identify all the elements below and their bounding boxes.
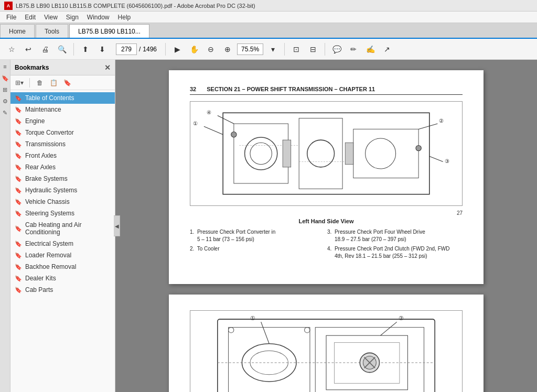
menu-view[interactable]: View [40,13,62,22]
bookmark-icon: 🔖 [15,118,22,125]
svg-text:②: ② [439,118,444,124]
tab-bar: Home Tools LB75.B LB90 LB110... [0,23,537,39]
bookmark-label: Cab Heating and Air Conditioning [25,221,111,236]
bookmark-item-hydraulic[interactable]: 🔖Hydraulic Systems [10,184,115,196]
bookmark-icon: 🔖 [15,129,22,136]
next-page-btn[interactable]: ⬇ [95,42,110,57]
svg-point-7 [366,138,396,169]
svg-rect-0 [223,113,429,194]
diagram-svg-1: ① ② ③ ④ [190,102,462,205]
svg-rect-1 [234,124,288,183]
new-bookmark-btn[interactable]: 📋 [48,77,59,89]
note-1: 1. Pressure Check Port Converter in 5 – … [190,228,325,243]
bookmark-item-cab[interactable]: 🔖Cab Heating and Air Conditioning [10,219,115,238]
bookmark-item-torque[interactable]: 🔖Torque Convertor [10,127,115,138]
svg-rect-3 [353,129,418,178]
bookmark-label: Table of Contents [25,94,74,102]
bookmark-label: Transmissions [25,140,66,148]
bookmark-item-rear_axles[interactable]: 🔖Rear Axles [10,161,115,173]
bookmark-btn[interactable]: ☆ [4,42,19,57]
close-panel-btn[interactable]: ✕ [104,63,111,72]
bookmark-icon: 🔖 [15,241,22,247]
diagram-svg-2: ① ② [190,311,462,392]
menu-help[interactable]: Help [114,13,135,22]
bookmark-item-backhoe[interactable]: 🔖Backhoe Removal [10,261,115,273]
search-btn[interactable]: 🔍 [55,42,69,57]
bookmarks-panel: Bookmarks ✕ ⊞▾ 🗑 📋 🔖 🔖Table of Contents🔖… [10,60,115,392]
bookmark-label: Engine [25,117,45,125]
svg-line-34 [261,322,270,343]
document-area[interactable]: 32 SECTION 21 – POWER SHIFT TRANSMISSION… [115,60,537,392]
collapse-panel-btn[interactable]: ◀ [114,215,120,236]
bookmark-item-engine[interactable]: 🔖Engine [10,115,115,127]
bookmark-icon: 🔖 [15,199,22,205]
nav-panel-btn[interactable]: ≡ [1,62,10,71]
svg-text:①: ① [250,315,255,321]
bookmark-item-vehicle_chassis[interactable]: 🔖Vehicle Chassis [10,196,115,208]
svg-line-36 [381,322,397,335]
note-3: 3. Pressure Check Port Four Wheel Drive … [327,228,463,243]
back-btn[interactable]: ↩ [21,42,36,57]
svg-point-30 [229,328,234,333]
bookmark-item-loader[interactable]: 🔖Loader Removal [10,249,115,261]
zoom-in-btn[interactable]: ⊕ [220,42,235,57]
fit-width-btn[interactable]: ⊟ [306,42,320,57]
bookmarks-header: Bookmarks ✕ [10,60,115,75]
page-navigation: 279 / 1496 [116,43,157,55]
highlight-btn[interactable]: ✏ [346,42,361,57]
svg-text:①: ① [193,121,198,126]
notes-section-1: 1. Pressure Check Port Converter in 5 – … [190,228,463,260]
select-tool-btn[interactable]: ▶ [170,42,185,57]
page-input[interactable]: 279 [116,43,137,55]
bookmark-item-toc[interactable]: 🔖Table of Contents [10,92,115,104]
svg-line-12 [429,156,443,161]
menu-file[interactable]: File [2,13,20,22]
options-btn[interactable]: 🔖 [61,77,73,89]
comment-btn[interactable]: 💬 [329,42,344,57]
menu-sign[interactable]: Sign [62,13,83,22]
svg-line-14 [218,115,234,124]
bookmark-icon: 🔖 [15,95,22,102]
bookmark-label: Loader Removal [25,252,71,259]
page-panel-btn[interactable]: ⊞ [1,85,10,94]
zoom-out-btn[interactable]: ⊖ [203,42,218,57]
delete-bookmark-btn[interactable]: 🗑 [34,77,46,89]
menu-window[interactable]: Window [83,13,114,22]
share-btn[interactable]: ↗ [380,42,394,57]
menu-edit[interactable]: Edit [20,13,40,22]
bookmark-item-steering[interactable]: 🔖Steering Systems [10,208,115,219]
tools-panel-btn[interactable]: ⚙ [1,96,10,106]
prev-page-btn[interactable]: ⬆ [78,42,93,57]
left-panel-strip: ≡ 🔖 ⊞ ⚙ ✎ [0,60,10,392]
bookmark-item-brake[interactable]: 🔖Brake Systems [10,173,115,184]
tab-doc[interactable]: LB75.B LB90 LB110... [69,24,149,38]
note-2: 2. To Cooler [190,245,325,260]
bookmark-icon: 🔖 [15,164,22,171]
zoom-dropdown-btn[interactable]: ▾ [265,42,280,57]
bookmark-item-maintenance[interactable]: 🔖Maintenance [10,104,115,115]
diagram-subtitle-1: Left Hand Side View [190,218,463,224]
print-btn[interactable]: 🖨 [38,42,52,57]
sign-btn[interactable]: ✍ [363,42,378,57]
bookmark-label: Steering Systems [25,210,74,217]
tab-tools[interactable]: Tools [36,24,68,38]
page-separator: / [139,46,141,53]
expand-all-btn[interactable]: ⊞▾ [14,77,25,89]
bookmark-icon: 🔖 [15,275,22,282]
bookmark-icon: 🔖 [15,252,22,259]
bookmark-item-front_axles[interactable]: 🔖Front Axles [10,150,115,161]
pdf-page-1: 32 SECTION 21 – POWER SHIFT TRANSMISSION… [169,70,484,284]
tab-home[interactable]: Home [0,24,35,38]
bookmark-item-transmissions[interactable]: 🔖Transmissions [10,138,115,150]
zoom-input[interactable] [237,43,263,55]
bookmark-item-cab_parts[interactable]: 🔖Cab Parts [10,284,115,296]
comment-panel-btn[interactable]: ✎ [1,108,10,117]
fit-page-btn[interactable]: ⊡ [289,42,304,57]
bookmark-item-electrical[interactable]: 🔖Electrical System [10,238,115,249]
hand-tool-btn[interactable]: ✋ [187,42,201,57]
bookmark-item-dealer[interactable]: 🔖Dealer Kits [10,273,115,284]
bookmark-panel-btn[interactable]: 🔖 [1,73,10,83]
bookmark-list: 🔖Table of Contents🔖Maintenance🔖Engine🔖To… [10,90,115,392]
svg-point-5 [250,143,272,164]
bookmark-icon: 🔖 [15,264,22,270]
